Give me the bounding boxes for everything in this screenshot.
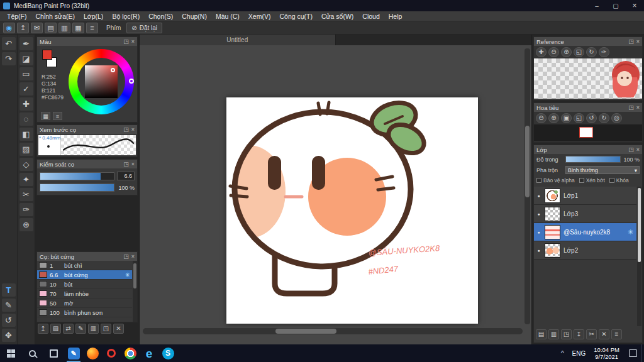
- vscroll-handle[interactable]: [525, 126, 530, 197]
- brush-settings-icon[interactable]: ✳: [125, 272, 130, 278]
- taskbar-app-edge[interactable]: e: [140, 344, 158, 362]
- visibility-icon[interactable]: ●: [536, 248, 541, 253]
- close-icon[interactable]: ×: [636, 38, 640, 45]
- check-tool[interactable]: ✓: [19, 82, 33, 96]
- layer-row[interactable]: ● Lớp2 ✳: [534, 241, 636, 260]
- brush-tool[interactable]: ✒: [19, 37, 33, 50]
- menu-item[interactable]: Cửa sổ(W): [317, 13, 358, 20]
- sv-indicator[interactable]: [111, 68, 115, 72]
- snip-tool[interactable]: ✂: [19, 188, 33, 201]
- move-tool[interactable]: ✚: [19, 97, 33, 111]
- layer-row[interactable]: ● @Sâu-nuyko2k8 ✳: [534, 223, 636, 241]
- layer-folder-icon[interactable]: ◳: [561, 329, 572, 339]
- delete-brush-icon[interactable]: ✕: [113, 324, 124, 334]
- taskbar-clock[interactable]: 10:04 PM 9/7/2021: [589, 346, 625, 360]
- brush-slider[interactable]: [40, 184, 114, 192]
- action-center-button[interactable]: [625, 344, 641, 362]
- checkbox-icon[interactable]: [536, 178, 541, 183]
- taskbar-app-skype[interactable]: S: [158, 344, 177, 362]
- select-pen-tool[interactable]: ✎: [2, 299, 16, 312]
- menu-item[interactable]: Cloud: [358, 13, 384, 20]
- delete-layer-icon[interactable]: ✕: [599, 329, 609, 339]
- list-icon[interactable]: ≡: [86, 23, 98, 33]
- merge-down-icon[interactable]: ↧: [574, 329, 584, 339]
- menu-item[interactable]: Chụp(N): [177, 13, 211, 20]
- rotate-canvas-tool[interactable]: ↺: [2, 314, 16, 327]
- brush-item[interactable]: 70 làm nhòe ✳: [37, 289, 132, 299]
- popout-icon[interactable]: ◳: [628, 104, 634, 111]
- taskbar-app-medibang[interactable]: ✎: [64, 344, 83, 362]
- popout-icon[interactable]: ◳: [123, 38, 129, 45]
- eyedropper-tool[interactable]: ✑: [19, 203, 33, 216]
- ref-zoom-in-icon[interactable]: ⊕: [561, 47, 572, 57]
- layer-settings-icon[interactable]: ✳: [628, 228, 635, 236]
- visibility-icon[interactable]: ●: [536, 212, 541, 216]
- edit-brush-icon[interactable]: ✎: [75, 324, 86, 334]
- brush-menu-icon[interactable]: ↥: [38, 324, 48, 334]
- hand-tool[interactable]: ✥: [2, 329, 16, 342]
- language-indicator[interactable]: ENG: [569, 350, 589, 357]
- tray-expand-icon[interactable]: ^: [556, 349, 569, 357]
- marquee-select-tool[interactable]: ◌: [19, 112, 33, 126]
- add-layer-icon[interactable]: ▤: [536, 329, 547, 339]
- hscroll-handle[interactable]: [275, 329, 336, 334]
- add-brush-icon[interactable]: ▤: [50, 324, 61, 334]
- brush-item[interactable]: 10 bút ✳: [37, 280, 132, 289]
- canvas-area[interactable]: Untitled: [140, 35, 531, 344]
- ref-zoom-out-icon[interactable]: ⊖: [548, 47, 559, 57]
- grid-icon[interactable]: ▦: [72, 23, 84, 33]
- close-icon[interactable]: ×: [131, 126, 135, 133]
- upload-icon[interactable]: ↥: [17, 23, 29, 33]
- menu-item[interactable]: Help: [384, 13, 407, 20]
- layer-menu-icon[interactable]: ≡: [611, 329, 622, 339]
- close-icon[interactable]: ×: [636, 146, 640, 153]
- wand-tool[interactable]: ✦: [19, 173, 33, 186]
- layer-option-checkbox[interactable]: Xén bớt: [579, 177, 605, 184]
- nav-zoom-100-icon[interactable]: ▣: [561, 113, 572, 123]
- pen-cursor-icon[interactable]: ◉: [3, 23, 15, 33]
- nav-fit-icon[interactable]: ◱: [574, 113, 584, 123]
- show-desktop-button[interactable]: [641, 344, 644, 362]
- artboard[interactable]: @SÂU-NUYKO2K8 #ND247: [226, 97, 478, 324]
- navigator-thumbnail[interactable]: [579, 127, 593, 138]
- checkbox-icon[interactable]: [579, 178, 584, 183]
- blend-mode-select[interactable]: Bình thường ▾: [565, 166, 640, 174]
- hue-wheel[interactable]: [69, 49, 134, 114]
- brush-list-scrollbar[interactable]: [133, 261, 137, 322]
- rect-tool[interactable]: ▭: [19, 67, 33, 80]
- menu-item[interactable]: Công cụ(T): [275, 13, 317, 20]
- color-sliders-icon[interactable]: ≡: [53, 112, 62, 120]
- menu-item[interactable]: Tệp(F): [3, 13, 31, 20]
- close-icon[interactable]: ×: [131, 253, 135, 260]
- brush-item[interactable]: 6.6 bút cứng ✳: [37, 270, 132, 280]
- close-icon[interactable]: ×: [636, 104, 640, 111]
- taskbar-app-chrome[interactable]: [121, 344, 140, 362]
- zoom-tool[interactable]: ⊕: [19, 218, 33, 231]
- close-icon[interactable]: ×: [131, 161, 135, 167]
- close-icon[interactable]: ×: [131, 38, 135, 45]
- popout-icon[interactable]: ◳: [123, 161, 129, 167]
- brush-item[interactable]: 50 mờ ✳: [37, 299, 132, 308]
- nav-rotate-left-icon[interactable]: ↺: [586, 113, 597, 123]
- start-button[interactable]: [0, 344, 21, 362]
- popout-icon[interactable]: ◳: [628, 146, 634, 153]
- hue-indicator[interactable]: [129, 79, 134, 84]
- popout-icon[interactable]: ◳: [123, 253, 129, 260]
- checkbox-icon[interactable]: [609, 178, 614, 183]
- nav-reset-icon[interactable]: ◎: [611, 113, 622, 123]
- reference-image-area[interactable]: [534, 58, 642, 99]
- duplicate-brush-icon[interactable]: ◳: [101, 324, 111, 334]
- layer-option-checkbox[interactable]: Khóa: [609, 177, 629, 184]
- reset-button[interactable]: ⊘ Đặt lại: [126, 23, 162, 33]
- navigator-view[interactable]: [534, 124, 642, 141]
- minimize-button[interactable]: –: [587, 0, 606, 11]
- eraser-tool[interactable]: ◪: [19, 52, 33, 65]
- ref-move-icon[interactable]: ✚: [536, 47, 547, 57]
- comment-icon[interactable]: ✉: [31, 23, 43, 33]
- menu-item[interactable]: Lớp(L): [79, 13, 108, 20]
- redo-tool[interactable]: ↷: [2, 52, 16, 65]
- foreground-color-swatch[interactable]: [42, 50, 52, 60]
- nav-zoom-in-icon[interactable]: ⊕: [548, 113, 559, 123]
- nav-rotate-right-icon[interactable]: ↻: [599, 113, 609, 123]
- polygon-select-tool[interactable]: ◇: [19, 158, 33, 171]
